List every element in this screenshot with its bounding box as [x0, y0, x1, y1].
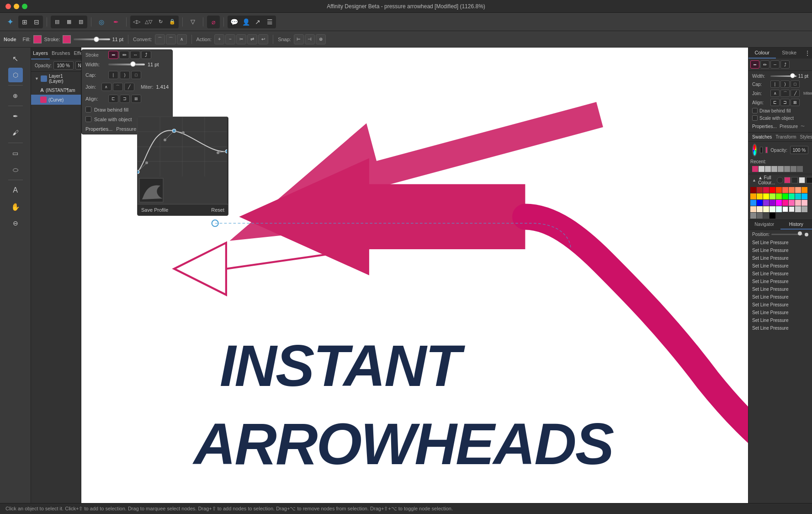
rect-tool[interactable]: ▭	[8, 146, 23, 161]
transform-tab[interactable]: Transform	[775, 134, 796, 139]
target-icon[interactable]: ◎	[95, 16, 108, 28]
recent-swatch-6[interactable]	[791, 166, 796, 172]
group-icon[interactable]: ⊟	[31, 16, 42, 27]
layers-tab[interactable]: Layers	[31, 48, 50, 59]
curve-item[interactable]: (Curve)	[31, 95, 81, 105]
flip-v-icon[interactable]: △▽	[143, 16, 154, 27]
add-node-btn[interactable]: +	[214, 34, 224, 44]
right-style-solid[interactable]: ━	[750, 60, 759, 69]
swatch-38[interactable]	[763, 213, 769, 219]
swatch-16[interactable]	[795, 193, 801, 199]
swatch-7[interactable]	[795, 187, 801, 193]
geometry-icon[interactable]: ▽	[186, 16, 199, 28]
pen-icon[interactable]: ✒	[110, 16, 122, 28]
right-scale-obj-cb[interactable]	[752, 115, 758, 121]
convert-smooth-btn[interactable]: ⌒	[166, 34, 176, 44]
style-solid-icon[interactable]: ━	[108, 51, 118, 59]
cap-round-icon[interactable]: )	[120, 71, 130, 79]
rotate-icon[interactable]: ↻	[155, 16, 166, 27]
swatch-13[interactable]	[776, 193, 782, 199]
right-style-pen[interactable]: ✏	[760, 60, 770, 69]
canvas-white[interactable]: INSTANT ARROWHEADS	[81, 48, 748, 503]
swatch-39[interactable]	[770, 213, 775, 219]
swatch-28[interactable]	[757, 206, 763, 212]
history-item-9[interactable]: Set Line Pressure	[748, 309, 812, 316]
swatch-20[interactable]	[763, 200, 769, 206]
swatch-11[interactable]	[763, 193, 769, 199]
layer1-item[interactable]: ▼ Layer1 (Layer)	[31, 72, 81, 86]
history-tab[interactable]: History	[780, 220, 812, 230]
zoom-tool[interactable]: ⊕	[8, 88, 23, 103]
swatch-21[interactable]	[770, 200, 775, 206]
width-slider[interactable]	[108, 64, 145, 65]
opacity-input[interactable]	[53, 61, 74, 70]
swatch-17[interactable]	[801, 193, 807, 199]
cap-butt-icon[interactable]: |	[108, 71, 118, 79]
swatch-24[interactable]	[789, 200, 795, 206]
recent-swatch-1[interactable]	[759, 166, 764, 172]
swatch-25[interactable]	[795, 200, 801, 206]
history-item-8[interactable]: Set Line Pressure	[748, 301, 812, 309]
black-swatch[interactable]	[760, 147, 763, 153]
swatch-1[interactable]	[757, 187, 763, 193]
fill-swatch[interactable]	[33, 35, 42, 43]
align-center-icon[interactable]: ⊏	[108, 95, 118, 103]
history-item-10[interactable]: Set Line Pressure	[748, 316, 812, 324]
pen-tool[interactable]: ✒	[8, 109, 23, 123]
palette-icon-5[interactable]	[806, 177, 812, 183]
right-width-slider[interactable]	[770, 75, 796, 77]
opacity-input-r[interactable]	[790, 146, 808, 154]
pressure-graph[interactable]	[138, 117, 227, 177]
align-left-icon[interactable]: ▤	[52, 16, 63, 27]
swatch-37[interactable]	[757, 213, 763, 219]
palette-icon-4[interactable]	[799, 177, 805, 183]
palette-icon-2[interactable]	[784, 177, 791, 183]
style-custom-icon[interactable]: ⤴	[141, 51, 151, 59]
pink-swatch[interactable]	[765, 147, 768, 153]
brush-icon[interactable]: ⌀	[208, 16, 219, 27]
recent-swatch-0[interactable]	[752, 166, 758, 172]
recent-swatch-5[interactable]	[784, 166, 790, 172]
stroke-swatch[interactable]	[63, 35, 71, 43]
draw-behind-fill-checkbox[interactable]	[85, 107, 91, 112]
right-join-bevel[interactable]: ╱	[791, 90, 800, 97]
align-outside-icon[interactable]: ⊠	[131, 95, 141, 103]
right-style-dash[interactable]: ╌	[770, 60, 780, 69]
convert-corner-btn[interactable]: ⌒	[155, 34, 165, 44]
right-cap-square[interactable]: □	[791, 80, 800, 88]
swatch-30[interactable]	[770, 206, 775, 212]
right-join-miter[interactable]: ∧	[770, 90, 780, 97]
right-align-center[interactable]: ⊏	[770, 99, 780, 106]
scale-with-object-checkbox[interactable]	[85, 116, 91, 122]
right-draw-behind-cb[interactable]	[752, 108, 758, 113]
right-cap-round[interactable]: )	[780, 80, 790, 88]
zoom-out-tool[interactable]: ⊖	[8, 216, 23, 230]
swatch-19[interactable]	[757, 200, 763, 206]
history-item-3[interactable]: Set Line Pressure	[748, 262, 812, 270]
arrange-icon[interactable]: ⊞	[19, 16, 30, 27]
join-bevel-icon[interactable]: ╱	[124, 83, 134, 91]
history-item-6[interactable]: Set Line Pressure	[748, 285, 812, 293]
swatch-9[interactable]	[750, 193, 756, 199]
color-wheel-icon[interactable]	[752, 144, 757, 156]
colour-tab[interactable]: Colour	[748, 48, 776, 59]
style-dot-icon[interactable]: ╌	[130, 51, 140, 59]
stroke-right-tab[interactable]: Stroke	[776, 48, 803, 59]
join-round-icon[interactable]: ⌒	[113, 83, 123, 91]
recent-swatch-4[interactable]	[778, 166, 784, 172]
right-align-inside[interactable]: ⊐	[780, 99, 790, 106]
pointer-tool[interactable]: ↖	[8, 51, 23, 66]
panel-options-icon[interactable]: ⋮	[803, 48, 812, 59]
full-colour-label[interactable]: ▲ Full Colour...	[758, 175, 775, 185]
swatch-31[interactable]	[776, 206, 782, 212]
swatch-26[interactable]	[801, 200, 807, 206]
swatch-23[interactable]	[782, 200, 788, 206]
swatch-3[interactable]	[770, 187, 775, 193]
align-right-icon[interactable]: ▧	[75, 16, 86, 27]
brush-tool[interactable]: 🖌	[8, 125, 23, 140]
history-item-0[interactable]: Set Line Pressure	[748, 239, 812, 246]
navigator-tab[interactable]: Navigator	[748, 220, 780, 230]
swatch-36[interactable]	[750, 213, 756, 219]
convert-sharp-btn[interactable]: ∧	[177, 34, 187, 44]
text-tool[interactable]: A	[8, 183, 23, 198]
